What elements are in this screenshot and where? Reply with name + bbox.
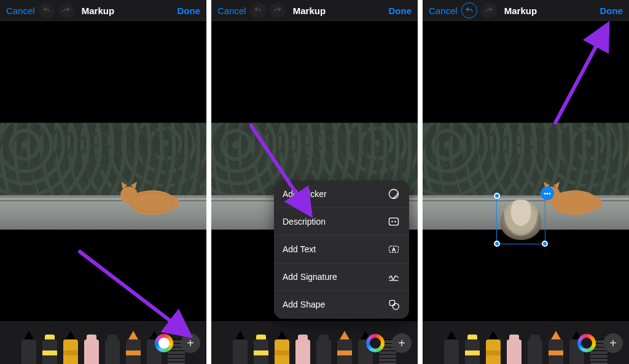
tool-pencil[interactable] bbox=[486, 339, 501, 364]
svg-line-17 bbox=[555, 31, 604, 123]
tool-highlighter[interactable] bbox=[126, 339, 141, 364]
tool-lasso[interactable] bbox=[528, 339, 542, 364]
menu-description[interactable]: Description bbox=[274, 208, 409, 236]
menu-item-label: Add Signature bbox=[283, 272, 337, 282]
resize-handle-br[interactable] bbox=[542, 241, 548, 247]
caption-icon bbox=[387, 215, 400, 228]
tool-highlighter[interactable] bbox=[549, 339, 563, 364]
undo-button[interactable] bbox=[39, 2, 55, 18]
add-menu-popup: Add Sticker Description Add Text Add Sig… bbox=[274, 180, 409, 319]
svg-point-13 bbox=[393, 303, 399, 309]
tool-eraser[interactable] bbox=[295, 339, 310, 364]
redo-button[interactable] bbox=[481, 2, 497, 18]
cancel-button[interactable]: Cancel bbox=[6, 6, 35, 16]
undo-button[interactable] bbox=[250, 2, 266, 18]
done-button[interactable]: Done bbox=[600, 6, 623, 16]
menu-item-label: Description bbox=[283, 217, 326, 227]
svg-line-3 bbox=[80, 252, 184, 331]
header: Cancel Markup Done bbox=[0, 0, 206, 21]
sticker-selection[interactable]: ••• bbox=[496, 195, 545, 244]
sticker-icon bbox=[387, 187, 400, 201]
markup-screen-2: Cancel Markup Done bbox=[211, 0, 418, 364]
tool-pencil[interactable] bbox=[275, 339, 289, 364]
markup-toolbar: + bbox=[211, 321, 418, 364]
sticker-more-button[interactable]: ••• bbox=[541, 187, 554, 200]
markup-toolbar: + bbox=[423, 321, 629, 364]
tool-pencil[interactable] bbox=[63, 339, 78, 364]
undo-icon bbox=[42, 6, 51, 15]
svg-rect-10 bbox=[389, 246, 399, 252]
tool-lasso[interactable] bbox=[316, 339, 331, 364]
screen-title: Markup bbox=[504, 6, 537, 16]
annotation-arrow-3 bbox=[549, 25, 617, 129]
header: Cancel Markup Done bbox=[423, 0, 629, 21]
screen-title: Markup bbox=[82, 6, 114, 16]
redo-button[interactable] bbox=[58, 2, 74, 18]
add-tool-button[interactable]: + bbox=[603, 333, 623, 353]
resize-handle-bl[interactable] bbox=[494, 241, 500, 247]
markup-toolbar: + bbox=[0, 321, 206, 364]
color-picker-button[interactable] bbox=[366, 334, 385, 352]
tool-pen[interactable] bbox=[444, 339, 459, 364]
svg-point-8 bbox=[391, 221, 393, 223]
tool-highlighter[interactable] bbox=[337, 339, 352, 364]
screen-title: Markup bbox=[293, 6, 326, 16]
undo-icon bbox=[254, 6, 262, 15]
menu-add-sticker[interactable]: Add Sticker bbox=[274, 180, 409, 208]
tool-marker[interactable] bbox=[42, 339, 57, 364]
textbox-icon bbox=[387, 242, 400, 256]
svg-rect-7 bbox=[389, 218, 399, 225]
header: Cancel Markup Done bbox=[211, 0, 418, 21]
redo-icon bbox=[485, 6, 493, 15]
photo-canvas[interactable] bbox=[0, 123, 206, 233]
cancel-button[interactable]: Cancel bbox=[429, 6, 458, 16]
menu-add-signature[interactable]: Add Signature bbox=[274, 263, 409, 291]
cancel-button[interactable]: Cancel bbox=[217, 6, 246, 16]
redo-icon bbox=[62, 6, 71, 15]
menu-add-text[interactable]: Add Text bbox=[274, 236, 409, 263]
svg-rect-12 bbox=[389, 300, 394, 305]
color-picker-button[interactable] bbox=[155, 334, 173, 352]
add-tool-button[interactable]: + bbox=[181, 333, 200, 353]
undo-icon bbox=[465, 6, 474, 15]
menu-item-label: Add Sticker bbox=[283, 189, 327, 199]
photo-canvas[interactable]: ••• bbox=[423, 123, 629, 233]
color-picker-button[interactable] bbox=[577, 334, 596, 352]
redo-icon bbox=[273, 6, 282, 15]
undo-button[interactable] bbox=[461, 2, 477, 18]
markup-screen-3: Cancel Markup Done bbox=[423, 0, 629, 364]
svg-point-1 bbox=[120, 187, 138, 204]
photo-cat bbox=[108, 172, 182, 218]
tool-lasso[interactable] bbox=[105, 339, 120, 364]
placed-sticker[interactable] bbox=[501, 199, 541, 240]
redo-button[interactable] bbox=[270, 2, 286, 18]
tool-pen[interactable] bbox=[21, 339, 36, 364]
done-button[interactable]: Done bbox=[178, 6, 201, 16]
tool-marker[interactable] bbox=[254, 339, 268, 364]
shapes-icon bbox=[387, 298, 400, 311]
add-tool-button[interactable]: + bbox=[392, 333, 412, 353]
tool-eraser[interactable] bbox=[84, 339, 99, 364]
done-button[interactable]: Done bbox=[389, 6, 412, 16]
menu-item-label: Add Shape bbox=[283, 300, 325, 309]
tool-marker[interactable] bbox=[465, 339, 480, 364]
signature-icon bbox=[387, 270, 400, 284]
menu-item-label: Add Text bbox=[283, 244, 316, 254]
svg-point-9 bbox=[394, 221, 396, 223]
tool-pen[interactable] bbox=[233, 339, 248, 364]
markup-screen-1: Cancel Markup Done bbox=[0, 0, 206, 364]
tool-eraser[interactable] bbox=[507, 339, 522, 364]
resize-handle-tl[interactable] bbox=[494, 193, 500, 199]
